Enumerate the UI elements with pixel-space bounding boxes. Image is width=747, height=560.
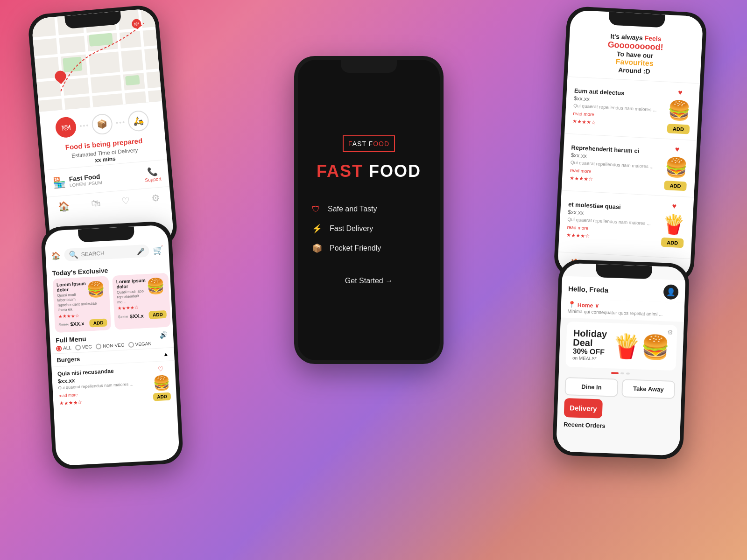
filter-vegan[interactable]: VEGAN (128, 341, 152, 348)
support-label: Support (145, 176, 162, 182)
phone-icon: 📞 (147, 166, 158, 177)
add-menu-item-button[interactable]: ADD (153, 392, 171, 401)
expand-icon[interactable]: ▲ (163, 351, 169, 358)
add-button-2[interactable]: ADD (149, 310, 167, 319)
filter-all[interactable]: ALL (56, 345, 71, 351)
cart-icon-menu[interactable]: 🛒 (153, 245, 163, 256)
phone-splash: FAST FOOD FAST FOOD 🛡 Safe and Tasty ⚡ F… (294, 56, 444, 364)
restaurant-info: 🏪 Fast Food LOREM IPSUM (52, 173, 102, 189)
filter-veg[interactable]: VEG (75, 344, 92, 350)
favorite-icon[interactable]: ♡ (157, 365, 164, 373)
search-bar[interactable]: 🔍 🎤 (64, 245, 149, 261)
nav-heart-icon[interactable]: ♡ (121, 195, 131, 207)
notch2 (341, 60, 397, 73)
splash-features: 🛡 Safe and Tasty ⚡ Fast Delivery 📦 Pocke… (312, 204, 426, 253)
heart-icon-3[interactable]: ♥ (672, 202, 677, 210)
recent-orders-title: Recent Orders (557, 417, 681, 434)
heart-icon-2[interactable]: ♥ (675, 145, 679, 154)
search-icon: 🔍 (69, 250, 78, 259)
dot-3 (626, 372, 630, 374)
exclusive-card-1: 🍔 Lorem ipsum dolor Quasi modi laboriosa… (52, 276, 111, 333)
box-icon: 📦 (312, 243, 322, 253)
phone5-screen: Hello, Freda 👤 📍 Home ∨ Minima qui conse… (556, 263, 686, 456)
add-button-1[interactable]: ADD (89, 318, 107, 327)
home-icon-menu[interactable]: 🏠 (51, 251, 61, 260)
menu-content: 🏠 🔍 🎤 🛒 Today's Exclusive 🍔 Lorem ipsum … (44, 224, 180, 466)
phone-tracking: 🍽 🍽 📦 🛵 Food is being prepared Estimated… (27, 4, 178, 257)
dine-in-button[interactable]: Dine In (564, 377, 618, 397)
location-pin-icon: 📍 (568, 301, 576, 308)
heart-icon-1[interactable]: ♥ (678, 88, 683, 97)
food-image-menu: 🍔 (152, 374, 170, 391)
food-item-2: Reprehenderit harum ci $xx.xx Qui quaera… (562, 133, 697, 197)
phone-home: Hello, Freda 👤 📍 Home ∨ Minima qui conse… (552, 259, 690, 460)
feature-pocket: 📦 Pocket Friendly (312, 243, 426, 253)
step-package: 📦 (91, 113, 113, 135)
feature-fast: ⚡ Fast Delivery (312, 224, 426, 234)
phone4-screen: It's always Feels Gooooooood! To have ou… (557, 10, 703, 280)
promo-header: It's always Feels Gooooooood! To have ou… (567, 25, 702, 84)
step-restaurant: 🍽 (55, 116, 77, 139)
exclusive-card-2: 🍔 Lorem ipsum dolor Quasi modi labo repr… (112, 273, 171, 330)
feature-safe: 🛡 Safe and Tasty (312, 204, 426, 214)
phone1-screen: 🍽 🍽 📦 🛵 Food is being prepared Estimated… (31, 8, 175, 253)
nav-bag-icon[interactable]: 🛍 (91, 197, 101, 210)
deal-title: HolidayDeal (573, 328, 607, 348)
food-img-3: 🍟 (661, 213, 685, 236)
restaurant-icon: 🏪 (52, 176, 66, 189)
nav-home-icon[interactable]: 🏠 (58, 200, 70, 212)
search-input[interactable] (81, 248, 134, 258)
shield-icon: 🛡 (312, 204, 320, 214)
menu-item-row: Quia nisi recusandae $xx.xx Qui quaerat … (51, 360, 177, 411)
volume-icon: 🔊 (160, 330, 168, 338)
location-row: 📍 Home ∨ Minima qui consequatur quos rep… (561, 298, 684, 322)
step-dots-2 (116, 121, 124, 124)
gear-icon-banner[interactable]: ⚙ (667, 329, 674, 336)
nav-settings-icon[interactable]: ⚙ (151, 192, 160, 204)
mic-icon[interactable]: 🎤 (136, 247, 145, 255)
burger-img-1: 🍔 (86, 280, 106, 299)
banner-text: HolidayDeal 30% OFF on MEALS* (572, 328, 607, 361)
splash-logo: FAST FOOD (343, 135, 395, 152)
phone-foodlist: It's always Feels Gooooooood! To have ou… (553, 6, 707, 284)
splash-content: FAST FOOD FAST FOOD 🛡 Safe and Tasty ⚡ F… (298, 60, 440, 360)
take-away-button[interactable]: Take Away (621, 379, 675, 399)
banner-food-image: 🍟🍔 (612, 332, 670, 361)
notch5 (596, 264, 652, 279)
home-content: Hello, Freda 👤 📍 Home ∨ Minima qui conse… (556, 263, 686, 456)
add-food-3[interactable]: ADD (661, 238, 684, 248)
lightning-icon: ⚡ (312, 224, 322, 234)
support-button[interactable]: 📞 Support (144, 166, 162, 183)
dot-1 (611, 372, 619, 374)
phone2-screen: FAST FOOD FAST FOOD 🛡 Safe and Tasty ⚡ F… (298, 60, 440, 360)
delivery-button[interactable]: Delivery (564, 398, 603, 419)
location-label[interactable]: Home ∨ (578, 301, 599, 309)
get-started-button[interactable]: Get Started → (345, 277, 393, 285)
greeting-text: Hello, Freda (568, 284, 608, 294)
filter-nonveg[interactable]: NON-VEG (96, 342, 125, 349)
avatar[interactable]: 👤 (663, 284, 679, 300)
dot-2 (620, 372, 624, 374)
splash-title: FAST FOOD (317, 161, 421, 181)
exclusive-cards: 🍔 Lorem ipsum dolor Quasi modi laboriosa… (47, 273, 173, 333)
order-type-row: Dine In Take Away (558, 374, 682, 402)
food-item-3: et molestiae quasi $xx.xx Qui quaerat re… (558, 190, 694, 254)
add-food-1[interactable]: ADD (667, 124, 690, 134)
step-delivery: 🛵 (127, 110, 150, 132)
food-img-2: 🍔 (664, 156, 688, 179)
foodlist-content: It's always Feels Gooooooood! To have ou… (557, 10, 703, 280)
phone-menu: 🏠 🔍 🎤 🛒 Today's Exclusive 🍔 Lorem ipsum … (41, 221, 184, 470)
burger-img-2: 🍔 (146, 277, 166, 295)
step-dots-1 (80, 125, 88, 127)
food-img-1: 🍔 (667, 99, 691, 122)
phone3-screen: 🏠 🔍 🎤 🛒 Today's Exclusive 🍔 Lorem ipsum … (44, 224, 180, 466)
food-item-1: Eum aut delectus $xx.xx Qui quaerat repe… (564, 77, 700, 140)
holiday-banner: HolidayDeal 30% OFF on MEALS* 🍟🍔 ⚙ (565, 322, 677, 371)
add-food-2[interactable]: ADD (664, 181, 687, 191)
